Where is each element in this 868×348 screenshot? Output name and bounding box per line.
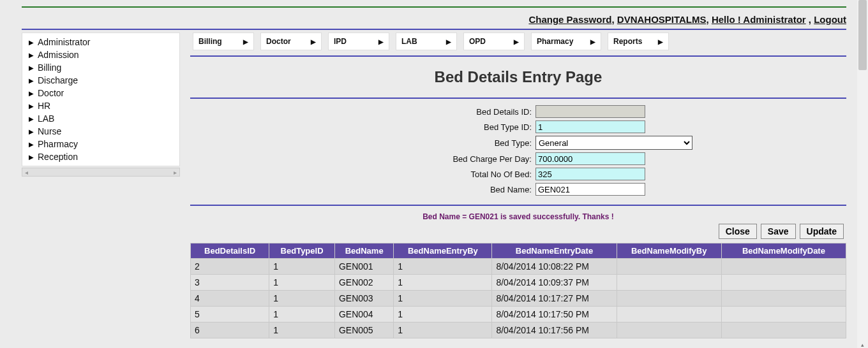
table-cell: 4 bbox=[191, 291, 269, 307]
divider bbox=[190, 55, 846, 57]
top-links-bar: Change Password, DVNAHOSPITALMS, Hello !… bbox=[22, 8, 846, 29]
table-cell: 1 bbox=[269, 307, 335, 323]
bed-type-select[interactable]: General bbox=[535, 136, 692, 150]
menu-opd[interactable]: OPD▶ bbox=[463, 33, 525, 50]
sidebar-item-administrator[interactable]: ▶Administrator bbox=[22, 36, 179, 48]
app-name-link[interactable]: DVNAHOSPITALMS bbox=[617, 14, 707, 25]
save-button[interactable]: Save bbox=[761, 224, 796, 239]
menu-lab[interactable]: LAB▶ bbox=[396, 33, 457, 50]
menu-ipd[interactable]: IPD▶ bbox=[328, 33, 389, 50]
table-cell: 1 bbox=[394, 275, 492, 291]
col-bed-name-entry-date: BedNameEntryDate bbox=[492, 243, 617, 259]
chevron-right-icon: ▶ bbox=[311, 38, 316, 45]
table-cell: 3 bbox=[191, 275, 269, 291]
table-cell: GEN001 bbox=[334, 259, 393, 275]
sidebar-item-label: Administrator bbox=[38, 37, 90, 47]
chevron-right-icon: ▶ bbox=[29, 77, 34, 84]
label-bed-name: Bed Name: bbox=[344, 185, 535, 194]
divider bbox=[190, 98, 846, 99]
col-bed-name: BedName bbox=[334, 243, 393, 259]
table-cell bbox=[721, 291, 846, 307]
top-menu: Billing▶ Doctor▶ IPD▶ LAB▶ OPD▶ Pharmacy… bbox=[190, 33, 846, 54]
table-row[interactable]: 21GEN00118/04/2014 10:08:22 PM bbox=[191, 259, 846, 275]
table-cell bbox=[721, 307, 846, 323]
chevron-right-icon: ▶ bbox=[29, 115, 34, 122]
sidebar-item-pharmacy[interactable]: ▶Pharmacy bbox=[22, 138, 179, 150]
sidebar-item-label: Pharmacy bbox=[38, 139, 78, 149]
menu-doctor[interactable]: Doctor▶ bbox=[260, 33, 322, 50]
table-cell: 2 bbox=[191, 259, 269, 275]
sidebar-item-label: Nurse bbox=[38, 126, 61, 136]
sidebar-item-doctor[interactable]: ▶Doctor bbox=[22, 87, 179, 99]
table-cell bbox=[617, 307, 721, 323]
table-row[interactable]: 61GEN00518/04/2014 10:17:56 PM bbox=[191, 323, 846, 338]
sidebar-item-billing[interactable]: ▶Billing bbox=[22, 61, 179, 74]
table-cell: 1 bbox=[269, 323, 335, 338]
table-cell: GEN004 bbox=[334, 307, 393, 323]
chevron-right-icon: ▶ bbox=[29, 39, 34, 46]
sidebar-item-reception[interactable]: ▶Reception bbox=[22, 150, 179, 163]
greeting-text: Hello ! Administrator bbox=[712, 14, 806, 25]
update-button[interactable]: Update bbox=[800, 224, 844, 239]
chevron-right-icon: ▶ bbox=[29, 154, 34, 161]
table-row[interactable]: 31GEN00218/04/2014 10:09:37 PM bbox=[191, 275, 846, 291]
table-cell: 8/04/2014 10:08:22 PM bbox=[492, 259, 617, 275]
table-cell: GEN005 bbox=[334, 323, 393, 338]
table-cell: 8/04/2014 10:17:50 PM bbox=[492, 307, 617, 323]
sidebar-item-lab[interactable]: ▶LAB bbox=[22, 112, 179, 125]
chevron-right-icon: ▶ bbox=[29, 141, 34, 148]
menu-billing[interactable]: Billing▶ bbox=[193, 33, 254, 50]
table-row[interactable]: 51GEN00418/04/2014 10:17:50 PM bbox=[191, 307, 846, 323]
table-cell: 5 bbox=[191, 307, 269, 323]
bed-grid: BedDetailsID BedTypeID BedName BedNameEn… bbox=[190, 243, 846, 338]
sidebar-item-label: LAB bbox=[38, 113, 54, 124]
sidebar-item-hr[interactable]: ▶HR bbox=[22, 99, 179, 112]
table-cell bbox=[617, 259, 721, 275]
table-cell bbox=[721, 323, 846, 338]
label-bed-type-id: Bed Type ID: bbox=[344, 122, 535, 132]
close-button[interactable]: Close bbox=[719, 224, 757, 239]
table-cell: 6 bbox=[191, 323, 269, 338]
logout-link[interactable]: Logout bbox=[814, 14, 846, 25]
chevron-right-icon: ▶ bbox=[378, 38, 384, 45]
col-bed-name-entry-by: BedNameEntryBy bbox=[394, 243, 492, 259]
page-title: Bed Details Entry Page bbox=[190, 68, 846, 86]
table-cell bbox=[617, 275, 721, 291]
menu-pharmacy[interactable]: Pharmacy▶ bbox=[531, 33, 601, 50]
chevron-right-icon: ▶ bbox=[514, 38, 519, 45]
bed-name-input[interactable] bbox=[535, 183, 645, 196]
total-no-bed-input[interactable] bbox=[535, 168, 645, 180]
scrollbar-thumb[interactable] bbox=[858, 0, 867, 70]
chevron-right-icon: ▶ bbox=[446, 38, 451, 45]
sidebar-menu: ▶Administrator ▶Admission ▶Billing ▶Disc… bbox=[22, 33, 180, 166]
window-scrollbar[interactable]: ▴ ▴ bbox=[857, 0, 868, 348]
sidebar-item-label: Discharge bbox=[38, 75, 78, 85]
bed-charge-input[interactable] bbox=[535, 152, 645, 165]
status-message: Bed Name = GEN021 is saved successfully.… bbox=[190, 212, 846, 221]
sidebar-item-admission[interactable]: ▶Admission bbox=[22, 48, 179, 61]
sidebar-item-label: HR bbox=[38, 101, 50, 111]
change-password-link[interactable]: Change Password bbox=[528, 14, 611, 25]
grid-header-row: BedDetailsID BedTypeID BedName BedNameEn… bbox=[191, 243, 846, 259]
bed-details-id-input bbox=[535, 105, 645, 118]
table-cell bbox=[721, 259, 846, 275]
sidebar-item-label: Admission bbox=[38, 50, 79, 60]
sidebar-item-discharge[interactable]: ▶Discharge bbox=[22, 74, 179, 87]
table-cell: GEN002 bbox=[334, 275, 393, 291]
menu-label: LAB bbox=[401, 37, 417, 46]
scroll-right-icon: ▸ bbox=[174, 169, 177, 176]
table-cell: 1 bbox=[394, 259, 492, 275]
scroll-down-icon: ▴ bbox=[857, 342, 868, 348]
table-row[interactable]: 41GEN00318/04/2014 10:17:27 PM bbox=[191, 291, 846, 307]
sidebar-horizontal-scroll[interactable]: ◂ ▸ bbox=[22, 168, 180, 177]
bed-type-id-input[interactable] bbox=[535, 120, 645, 133]
table-cell: 1 bbox=[394, 291, 492, 307]
col-bed-name-modify-date: BedNameModifyDate bbox=[721, 243, 846, 259]
menu-reports[interactable]: Reports▶ bbox=[608, 33, 669, 50]
sidebar-item-nurse[interactable]: ▶Nurse bbox=[22, 125, 179, 138]
bed-entry-form: Bed Details ID: Bed Type ID: Bed Type: G… bbox=[190, 105, 846, 198]
menu-label: IPD bbox=[334, 37, 347, 46]
table-cell bbox=[721, 275, 846, 291]
col-bed-type-id: BedTypeID bbox=[269, 243, 335, 259]
table-cell: 8/04/2014 10:09:37 PM bbox=[492, 275, 617, 291]
